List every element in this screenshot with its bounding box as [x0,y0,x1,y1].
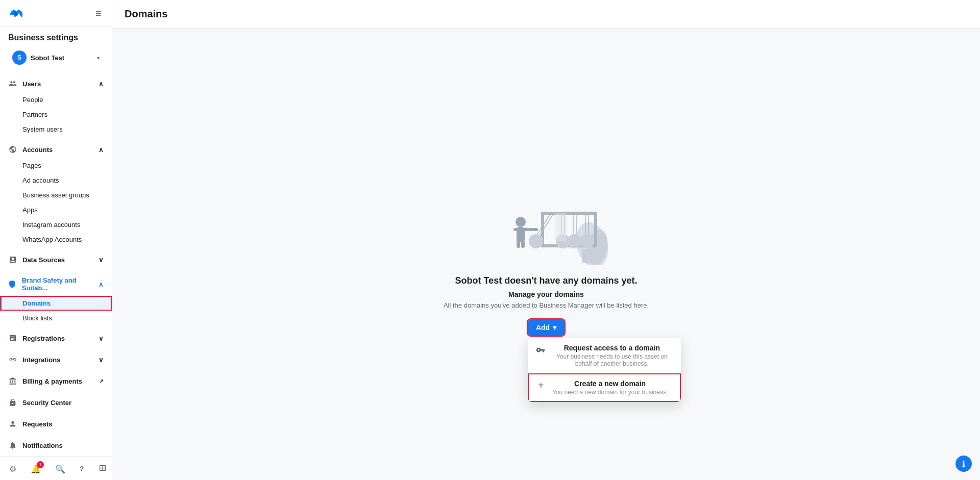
plus-icon: + [536,381,546,391]
columns-button[interactable] [95,461,110,477]
key-icon [536,345,545,355]
users-chevron-icon: ∧ [99,80,104,88]
nav-section-registrations: Registrations ∨ [0,327,112,349]
question-mark-icon: ? [80,465,84,473]
sidebar-item-ad-accounts[interactable]: Ad accounts [0,173,112,188]
svg-rect-26 [555,213,567,241]
meta-logo-icon [8,6,22,20]
add-button-chevron-icon: ▾ [553,323,556,332]
nav-group-brand-safety[interactable]: Brand Safety and Suitab... ∧ [0,272,112,296]
svg-point-22 [529,234,543,248]
registrations-chevron-icon: ∨ [99,335,104,342]
nav-group-accounts[interactable]: Accounts ∧ [0,141,112,158]
sidebar-item-system-users[interactable]: System users [0,122,112,137]
accounts-icon [8,145,17,154]
svg-point-3 [516,217,526,227]
page-header: Domains [112,0,980,29]
content-area: Sobot Test doesn't have any domains yet.… [112,29,980,480]
nav-section-brand-safety: Brand Safety and Suitab... ∧ Domains Blo… [0,270,112,327]
svg-rect-5 [513,228,521,231]
hamburger-button[interactable]: ☰ [93,8,104,19]
request-access-title: Request access to a domain [551,344,673,352]
global-info-button[interactable]: ℹ [955,456,972,472]
sidebar-item-people[interactable]: People [0,92,112,107]
nav-group-security-center[interactable]: Security Center [0,394,112,411]
brand-safety-chevron-icon: ∧ [99,281,104,288]
sidebar-item-domains[interactable]: Domains [0,296,112,311]
add-button[interactable]: Add ▾ [528,319,565,336]
notifications-button[interactable]: 🔔 1 [28,461,44,477]
sidebar-title: Business settings [0,27,112,46]
integrations-label: Integrations [22,356,60,364]
search-icon: 🔍 [55,465,65,473]
integrations-chevron-icon: ∨ [99,356,104,364]
help-button[interactable]: ? [77,461,87,476]
nav-section-security-center: Security Center [0,392,112,413]
users-icon [8,79,17,88]
nav-group-integrations[interactable]: Integrations ∨ [0,351,112,368]
integrations-icon [8,355,17,364]
settings-button[interactable]: ⚙ [6,461,19,477]
business-avatar: S [12,50,27,65]
sidebar-item-partners[interactable]: Partners [0,107,112,122]
main-content: Domains [112,0,980,480]
business-selector[interactable]: S Sobot Test ▾ [4,46,108,69]
sidebar-item-pages[interactable]: Pages [0,158,112,173]
nav-group-users[interactable]: Users ∧ [0,75,112,92]
billing-label: Billing & payments [22,377,82,385]
sidebar-item-instagram-accounts[interactable]: Instagram accounts [0,217,112,232]
sidebar-item-apps[interactable]: Apps [0,203,112,217]
nav-group-data-sources[interactable]: Data Sources ∨ [0,251,112,268]
sidebar-item-whatsapp-accounts[interactable]: WhatsApp Accounts [0,232,112,247]
svg-rect-12 [594,212,597,247]
create-domain-title: Create a new domain [552,380,668,388]
page-title: Domains [125,8,968,20]
sidebar-bottom-toolbar: ⚙ 🔔 1 🔍 ? [0,456,112,480]
meta-logo [8,6,22,20]
empty-state: Sobot Test doesn't have any domains yet.… [444,173,649,336]
nav-group-registrations[interactable]: Registrations ∨ [0,330,112,347]
nav-section-data-sources: Data Sources ∨ [0,249,112,270]
accounts-label: Accounts [22,146,53,154]
chevron-down-icon: ▾ [97,55,100,61]
users-label: Users [22,80,41,88]
info-icon: ℹ [962,459,965,469]
sidebar: ☰ Business settings S Sobot Test ▾ Users… [0,0,112,480]
create-domain-desc: You need a new domain for your business. [552,389,668,396]
notifications-icon [8,441,17,450]
data-sources-chevron-icon: ∨ [99,256,104,264]
svg-rect-2 [582,249,602,263]
nav-section-notifications: Notifications [0,435,112,456]
registrations-icon [8,334,17,343]
nav-group-notifications[interactable]: Notifications [0,437,112,454]
svg-line-15 [537,215,553,239]
sidebar-item-block-lists[interactable]: Block lists [0,311,112,325]
registrations-label: Registrations [22,335,65,342]
settings-icon: ⚙ [9,465,16,473]
request-access-desc: Your business needs to use this asset on… [551,353,673,367]
nav-group-requests[interactable]: Requests [0,415,112,433]
brand-safety-icon [8,280,17,289]
nav-group-billing[interactable]: Billing & payments ↗ [0,372,112,390]
nav-section-integrations: Integrations ∨ [0,349,112,370]
notifications-nav-label: Notifications [22,442,63,449]
nav-section-accounts: Accounts ∧ Pages Ad accounts Business as… [0,139,112,249]
columns-icon [99,465,107,473]
request-access-item[interactable]: Request access to a domain Your business… [528,338,681,373]
svg-rect-7 [517,241,520,248]
sidebar-item-business-asset-groups[interactable]: Business asset groups [0,188,112,203]
empty-state-title: Sobot Test doesn't have any domains yet. [455,275,637,286]
security-center-icon [8,398,17,407]
empty-state-subtitle: Manage your domains [508,290,584,298]
requests-icon [8,419,17,428]
svg-rect-6 [522,228,529,231]
data-sources-icon [8,255,17,264]
add-dropdown-menu: Request access to a domain Your business… [528,338,681,402]
search-button[interactable]: 🔍 [52,461,68,477]
nav-section-requests: Requests [0,413,112,435]
svg-point-24 [568,234,582,248]
data-sources-label: Data Sources [22,256,65,264]
nav-section-users: Users ∧ People Partners System users [0,73,112,139]
svg-rect-9 [528,228,538,231]
create-new-domain-item[interactable]: + Create a new domain You need a new dom… [528,373,681,402]
